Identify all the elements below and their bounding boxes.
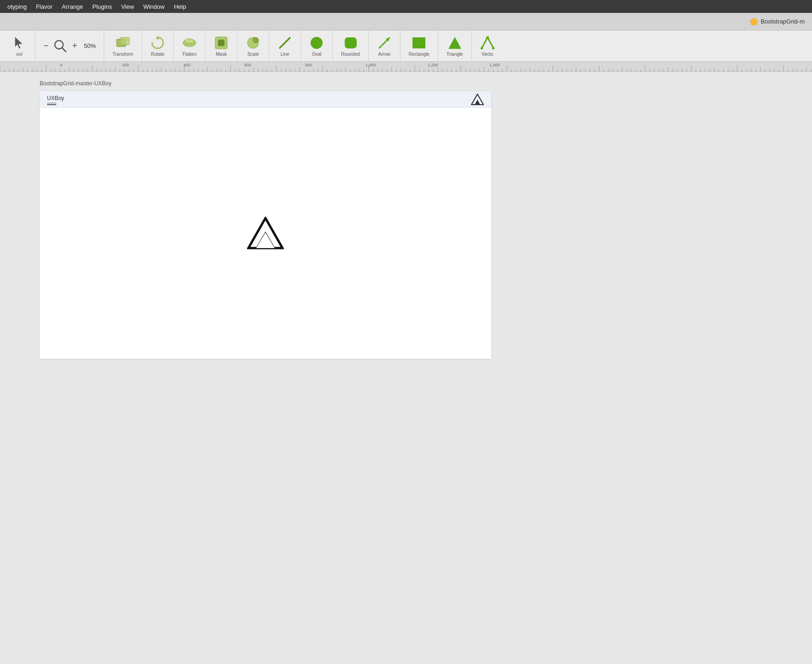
artboard-header-icon xyxy=(471,93,484,106)
ruler: (function() { const svg = document.curre… xyxy=(0,62,812,72)
tool-label: ool xyxy=(16,52,22,57)
ruler-label-1400: 1,400 xyxy=(489,63,500,67)
mask-button[interactable]: Mask xyxy=(209,34,233,59)
window-title: BootstrapGrid-m xyxy=(761,18,805,25)
rotate-icon xyxy=(150,36,165,50)
menu-item-help[interactable]: Help xyxy=(170,2,190,11)
rectangle-button[interactable]: Rectangle xyxy=(404,34,434,59)
svg-point-14 xyxy=(311,37,323,49)
arrow-label: Arrow xyxy=(378,52,390,57)
rounded-group: Rounded xyxy=(333,30,369,61)
svg-rect-10 xyxy=(218,40,224,46)
toolbar: ool − + 50% Transform xyxy=(0,30,812,62)
menu-item-view[interactable]: View xyxy=(118,2,138,11)
flatten-label: Flatten xyxy=(182,52,197,57)
rounded-label: Rounded xyxy=(341,52,360,57)
oval-group: Oval xyxy=(301,30,333,61)
menu-item-arrange[interactable]: Arrange xyxy=(58,2,87,11)
uxboy-header-icon xyxy=(471,94,484,106)
flatten-button[interactable]: Flatten xyxy=(177,34,201,59)
zoom-group: − + 50% xyxy=(35,30,104,61)
menu-item-otyping[interactable]: otyping xyxy=(4,2,30,11)
menu-item-window[interactable]: Window xyxy=(140,2,168,11)
rotate-label: Rotate xyxy=(151,52,164,57)
tool-icon xyxy=(12,36,27,50)
svg-rect-5 xyxy=(120,37,129,45)
artboard-title-underline xyxy=(47,104,56,105)
artboard-header-title-wrap: UXBoy xyxy=(47,94,64,105)
svg-marker-209 xyxy=(256,232,275,248)
ruler-label-1000: 1,000 xyxy=(365,63,376,67)
rectangle-icon xyxy=(412,36,426,50)
arrow-group: Arrow xyxy=(369,30,400,61)
ruler-label-200: 200 xyxy=(122,63,129,67)
svg-rect-18 xyxy=(412,37,425,48)
zoom-out-button[interactable]: − xyxy=(41,41,51,51)
svg-line-13 xyxy=(280,38,290,48)
oval-icon xyxy=(309,36,324,50)
artboard: UXBoy xyxy=(40,91,491,359)
triangle-label: Triangle xyxy=(447,52,463,57)
artboard-content xyxy=(40,108,491,359)
menu-item-flavor[interactable]: Flavor xyxy=(32,2,56,11)
rotate-button[interactable]: Rotate xyxy=(146,34,170,59)
vector-group: Vecto xyxy=(472,30,503,61)
rotate-group: Rotate xyxy=(142,30,174,61)
artboard-header: UXBoy xyxy=(40,91,491,108)
menu-item-plugins[interactable]: Plugins xyxy=(88,2,116,11)
mask-icon xyxy=(214,36,229,50)
svg-marker-19 xyxy=(448,37,461,49)
line-button[interactable]: Line xyxy=(273,34,297,59)
sketch-logo-icon xyxy=(750,18,758,26)
transform-icon xyxy=(116,36,130,50)
line-icon xyxy=(277,36,292,50)
svg-marker-1 xyxy=(15,37,22,48)
vector-button[interactable]: Vecto xyxy=(476,34,500,59)
svg-marker-0 xyxy=(750,18,758,24)
cursor-icon xyxy=(13,36,26,49)
ruler-label-400: 400 xyxy=(183,63,190,67)
artboard-header-title: UXBoy xyxy=(47,95,64,103)
vector-icon xyxy=(480,36,495,50)
ruler-label-1200: 1,200 xyxy=(428,63,438,67)
scale-label: Scale xyxy=(247,52,259,57)
scale-button[interactable]: Scale xyxy=(241,34,265,59)
artboard-label: BootstrapGrid-master-UXBoy xyxy=(40,80,112,87)
ruler-label-0: 0 xyxy=(60,63,62,67)
oval-button[interactable]: Oval xyxy=(305,34,329,59)
arrow-button[interactable]: Arrow xyxy=(372,34,396,59)
zoom-icon xyxy=(53,39,68,53)
scale-icon xyxy=(246,36,260,50)
triangle-icon xyxy=(447,36,462,50)
rounded-icon xyxy=(343,36,358,50)
rounded-button[interactable]: Rounded xyxy=(336,34,365,59)
triangle-group: Triangle xyxy=(438,30,472,61)
triangle-button[interactable]: Triangle xyxy=(442,34,468,59)
mask-label: Mask xyxy=(216,52,227,57)
arrow-icon xyxy=(377,36,392,50)
tool-group: ool xyxy=(4,30,35,61)
uxboy-logo xyxy=(247,217,284,250)
transform-label: Transform xyxy=(112,52,133,57)
svg-line-3 xyxy=(62,48,66,52)
line-label: Line xyxy=(281,52,289,57)
svg-marker-201 xyxy=(475,100,480,105)
zoom-value: 50% xyxy=(82,42,98,49)
vector-label: Vecto xyxy=(482,52,493,57)
line-group: Line xyxy=(269,30,301,61)
svg-point-12 xyxy=(253,37,259,43)
ruler-label-800: 800 xyxy=(305,63,312,67)
menu-bar: otyping Flavor Arrange Plugins View Wind… xyxy=(0,0,812,13)
svg-point-8 xyxy=(185,39,194,43)
rectangle-group: Rectangle xyxy=(400,30,438,61)
canvas-area: BootstrapGrid-master-UXBoy UXBoy xyxy=(0,72,812,664)
ruler-label-600: 600 xyxy=(244,63,251,67)
flatten-group: Flatten xyxy=(174,30,206,61)
flatten-icon xyxy=(182,36,197,50)
svg-rect-15 xyxy=(345,37,357,48)
mask-group: Mask xyxy=(206,30,237,61)
rectangle-label: Rectangle xyxy=(409,52,430,57)
transform-button[interactable]: Transform xyxy=(108,34,138,59)
tool-btn[interactable]: ool xyxy=(7,34,31,59)
zoom-in-button[interactable]: + xyxy=(70,41,80,51)
